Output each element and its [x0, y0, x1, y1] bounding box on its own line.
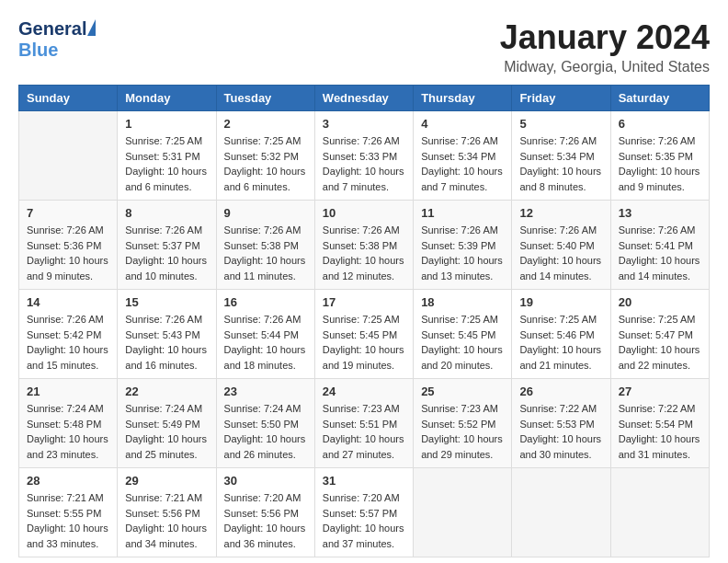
subtitle: Midway, Georgia, United States: [500, 59, 710, 75]
calendar-cell: 27Sunrise: 7:22 AM Sunset: 5:54 PM Dayli…: [610, 379, 709, 468]
day-number: 22: [125, 385, 208, 398]
calendar-cell: 9Sunrise: 7:26 AM Sunset: 5:38 PM Daylig…: [216, 201, 314, 290]
calendar-cell: 14Sunrise: 7:26 AM Sunset: 5:42 PM Dayli…: [19, 290, 118, 379]
day-info: Sunrise: 7:21 AM Sunset: 5:55 PM Dayligh…: [27, 490, 109, 551]
day-number: 24: [323, 385, 405, 398]
calendar-cell: 23Sunrise: 7:24 AM Sunset: 5:50 PM Dayli…: [216, 379, 314, 468]
day-number: 23: [224, 385, 307, 398]
calendar-cell: 3Sunrise: 7:26 AM Sunset: 5:33 PM Daylig…: [314, 111, 413, 201]
calendar-cell: 10Sunrise: 7:26 AM Sunset: 5:38 PM Dayli…: [314, 201, 413, 290]
day-number: 5: [519, 117, 602, 131]
day-info: Sunrise: 7:26 AM Sunset: 5:38 PM Dayligh…: [323, 223, 405, 283]
day-info: Sunrise: 7:26 AM Sunset: 5:34 PM Dayligh…: [421, 133, 504, 194]
day-number: 11: [421, 206, 504, 220]
calendar-cell: [19, 111, 118, 201]
calendar-cell: 19Sunrise: 7:25 AM Sunset: 5:46 PM Dayli…: [512, 290, 610, 379]
calendar-cell: 25Sunrise: 7:23 AM Sunset: 5:52 PM Dayli…: [414, 379, 512, 468]
day-info: Sunrise: 7:22 AM Sunset: 5:54 PM Dayligh…: [619, 401, 701, 462]
calendar-cell: 5Sunrise: 7:26 AM Sunset: 5:34 PM Daylig…: [512, 111, 610, 201]
calendar-cell: 16Sunrise: 7:26 AM Sunset: 5:44 PM Dayli…: [216, 290, 314, 379]
calendar-cell: 15Sunrise: 7:26 AM Sunset: 5:43 PM Dayli…: [118, 290, 216, 379]
day-info: Sunrise: 7:25 AM Sunset: 5:47 PM Dayligh…: [619, 312, 701, 373]
calendar-day-header: Thursday: [414, 86, 512, 111]
calendar-cell: 20Sunrise: 7:25 AM Sunset: 5:47 PM Dayli…: [610, 290, 709, 379]
day-info: Sunrise: 7:26 AM Sunset: 5:40 PM Dayligh…: [519, 223, 602, 283]
day-number: 17: [323, 295, 405, 309]
day-info: Sunrise: 7:24 AM Sunset: 5:48 PM Dayligh…: [27, 401, 109, 462]
calendar-cell: 17Sunrise: 7:25 AM Sunset: 5:45 PM Dayli…: [314, 290, 413, 379]
day-number: 18: [421, 295, 504, 309]
day-number: 10: [323, 206, 405, 220]
day-number: 29: [125, 474, 208, 488]
calendar-cell: 6Sunrise: 7:26 AM Sunset: 5:35 PM Daylig…: [610, 111, 709, 201]
day-number: 26: [519, 385, 602, 398]
day-number: 30: [224, 474, 307, 488]
day-number: 21: [27, 385, 109, 398]
calendar-week-row: 7Sunrise: 7:26 AM Sunset: 5:36 PM Daylig…: [19, 201, 710, 290]
day-info: Sunrise: 7:25 AM Sunset: 5:31 PM Dayligh…: [125, 133, 208, 194]
calendar-cell: 31Sunrise: 7:20 AM Sunset: 5:57 PM Dayli…: [314, 468, 413, 557]
page-header: General Blue January 2024 Midway, Georgi…: [18, 18, 710, 75]
day-info: Sunrise: 7:24 AM Sunset: 5:49 PM Dayligh…: [125, 401, 208, 462]
logo-triangle-icon: [87, 19, 96, 36]
calendar-cell: [512, 468, 610, 557]
calendar-cell: 1Sunrise: 7:25 AM Sunset: 5:31 PM Daylig…: [118, 111, 216, 201]
calendar-cell: 18Sunrise: 7:25 AM Sunset: 5:45 PM Dayli…: [414, 290, 512, 379]
day-info: Sunrise: 7:20 AM Sunset: 5:56 PM Dayligh…: [224, 490, 307, 551]
day-info: Sunrise: 7:25 AM Sunset: 5:45 PM Dayligh…: [421, 312, 504, 373]
calendar-week-row: 1Sunrise: 7:25 AM Sunset: 5:31 PM Daylig…: [19, 111, 710, 201]
day-number: 28: [27, 474, 109, 488]
calendar-table: SundayMondayTuesdayWednesdayThursdayFrid…: [18, 85, 710, 557]
day-number: 16: [224, 295, 307, 309]
day-number: 9: [224, 206, 307, 220]
calendar-cell: 13Sunrise: 7:26 AM Sunset: 5:41 PM Dayli…: [610, 201, 709, 290]
day-info: Sunrise: 7:26 AM Sunset: 5:44 PM Dayligh…: [224, 312, 307, 373]
day-number: 27: [619, 385, 701, 398]
calendar-day-header: Wednesday: [314, 86, 413, 111]
day-number: 12: [519, 206, 602, 220]
day-info: Sunrise: 7:23 AM Sunset: 5:52 PM Dayligh…: [421, 401, 504, 462]
day-info: Sunrise: 7:26 AM Sunset: 5:34 PM Dayligh…: [519, 133, 602, 194]
calendar-day-header: Friday: [512, 86, 610, 111]
calendar-cell: 8Sunrise: 7:26 AM Sunset: 5:37 PM Daylig…: [118, 201, 216, 290]
day-number: 7: [27, 206, 109, 220]
day-info: Sunrise: 7:20 AM Sunset: 5:57 PM Dayligh…: [323, 490, 405, 551]
day-info: Sunrise: 7:26 AM Sunset: 5:37 PM Dayligh…: [125, 223, 208, 283]
calendar-cell: 22Sunrise: 7:24 AM Sunset: 5:49 PM Dayli…: [118, 379, 216, 468]
day-number: 31: [323, 474, 405, 488]
main-title: January 2024: [500, 18, 710, 57]
day-info: Sunrise: 7:26 AM Sunset: 5:35 PM Dayligh…: [619, 133, 701, 194]
day-info: Sunrise: 7:26 AM Sunset: 5:36 PM Dayligh…: [27, 223, 109, 283]
day-info: Sunrise: 7:26 AM Sunset: 5:33 PM Dayligh…: [323, 133, 405, 194]
logo: General Blue: [18, 18, 96, 61]
day-info: Sunrise: 7:25 AM Sunset: 5:46 PM Dayligh…: [519, 312, 602, 373]
calendar-day-header: Monday: [118, 86, 216, 111]
day-number: 2: [224, 117, 307, 131]
calendar-week-row: 28Sunrise: 7:21 AM Sunset: 5:55 PM Dayli…: [19, 468, 710, 557]
calendar-cell: 7Sunrise: 7:26 AM Sunset: 5:36 PM Daylig…: [19, 201, 118, 290]
logo-blue-text: Blue: [18, 40, 58, 61]
day-number: 20: [619, 295, 701, 309]
calendar-cell: 2Sunrise: 7:25 AM Sunset: 5:32 PM Daylig…: [216, 111, 314, 201]
day-info: Sunrise: 7:26 AM Sunset: 5:38 PM Dayligh…: [224, 223, 307, 283]
day-info: Sunrise: 7:21 AM Sunset: 5:56 PM Dayligh…: [125, 490, 208, 551]
title-area: January 2024 Midway, Georgia, United Sta…: [500, 18, 710, 75]
day-info: Sunrise: 7:26 AM Sunset: 5:42 PM Dayligh…: [27, 312, 109, 373]
calendar-day-header: Saturday: [610, 86, 709, 111]
calendar-cell: 30Sunrise: 7:20 AM Sunset: 5:56 PM Dayli…: [216, 468, 314, 557]
day-number: 14: [27, 295, 109, 309]
day-number: 4: [421, 117, 504, 131]
calendar-cell: 4Sunrise: 7:26 AM Sunset: 5:34 PM Daylig…: [414, 111, 512, 201]
day-info: Sunrise: 7:24 AM Sunset: 5:50 PM Dayligh…: [224, 401, 307, 462]
calendar-cell: 28Sunrise: 7:21 AM Sunset: 5:55 PM Dayli…: [19, 468, 118, 557]
day-number: 25: [421, 385, 504, 398]
calendar-header-row: SundayMondayTuesdayWednesdayThursdayFrid…: [19, 86, 710, 111]
calendar-cell: 11Sunrise: 7:26 AM Sunset: 5:39 PM Dayli…: [414, 201, 512, 290]
calendar-day-header: Tuesday: [216, 86, 314, 111]
calendar-week-row: 21Sunrise: 7:24 AM Sunset: 5:48 PM Dayli…: [19, 379, 710, 468]
day-number: 1: [125, 117, 208, 131]
day-number: 15: [125, 295, 208, 309]
day-info: Sunrise: 7:26 AM Sunset: 5:39 PM Dayligh…: [421, 223, 504, 283]
day-number: 3: [323, 117, 405, 131]
day-info: Sunrise: 7:26 AM Sunset: 5:41 PM Dayligh…: [619, 223, 701, 283]
